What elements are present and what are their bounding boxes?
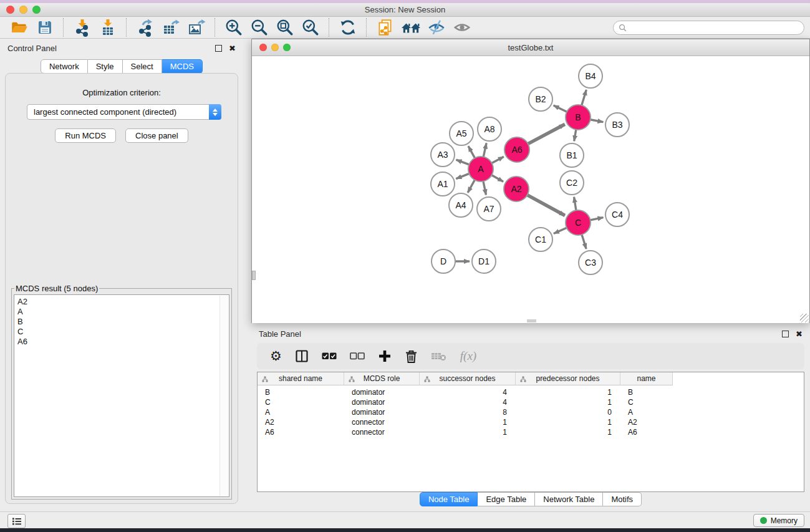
zoom-in-button[interactable] (221, 17, 246, 38)
mcds-result-item[interactable]: A2 (17, 297, 219, 307)
graph-node-A5[interactable]: A5 (450, 122, 473, 145)
graph-node-B1[interactable]: B1 (560, 143, 584, 167)
network-canvas[interactable]: B4B2BB3A8A5A6A3B1AA1C2A2A4A7C4CC1C3DD1 (252, 56, 809, 323)
tab-mcds[interactable]: MCDS (162, 59, 203, 74)
graph-node-A3[interactable]: A3 (431, 143, 455, 167)
table-row[interactable]: A6connector11A6 (258, 427, 804, 437)
column-header-shared-name[interactable]: shared name (258, 372, 344, 385)
mcds-result-item[interactable]: A (17, 307, 219, 317)
graph-node-C[interactable]: C (566, 210, 591, 235)
graph-node-A6[interactable]: A6 (504, 137, 529, 162)
mcds-result-item[interactable]: B (17, 317, 219, 327)
select-all-rows-button[interactable] (322, 352, 337, 360)
graph-edge-B-B1 (574, 130, 576, 142)
task-history-button[interactable] (7, 514, 26, 528)
network-from-file-button[interactable] (372, 17, 398, 38)
zoom-out-icon (250, 18, 269, 37)
vertical-scroll-thumb[interactable] (252, 271, 256, 280)
float-panel-icon[interactable] (215, 45, 222, 52)
attribute-tree-icon (349, 375, 355, 384)
show-details-button[interactable] (449, 17, 475, 38)
run-mcds-button[interactable]: Run MCDS (55, 128, 116, 143)
graph-node-B3[interactable]: B3 (605, 113, 629, 137)
graph-edge-A-A5 (468, 146, 475, 158)
export-image-button[interactable] (183, 17, 209, 38)
table-settings-button[interactable]: ⚙ (270, 350, 282, 362)
graph-node-A1[interactable]: A1 (431, 172, 455, 196)
export-table-button[interactable] (158, 17, 183, 38)
import-table-button[interactable] (95, 17, 120, 38)
status-bar: Memory (0, 511, 810, 528)
graph-node-A4[interactable]: A4 (449, 193, 473, 217)
graph-node-B2[interactable]: B2 (529, 87, 552, 111)
save-session-button[interactable] (32, 17, 57, 38)
graph-node-D1[interactable]: D1 (472, 249, 496, 273)
open-session-button[interactable] (6, 17, 32, 38)
column-header-predecessor-nodes[interactable]: predecessor nodes (516, 372, 620, 385)
tab-motifs[interactable]: Motifs (603, 492, 642, 506)
show-columns-button[interactable] (295, 349, 309, 363)
graph-node-C2[interactable]: C2 (560, 171, 584, 195)
table-cell: A6 (258, 428, 344, 437)
tab-style[interactable]: Style (88, 59, 123, 74)
float-table-panel-icon[interactable] (782, 331, 789, 337)
table-cell: dominator (344, 398, 420, 407)
table-row[interactable]: Bdominator41B (258, 387, 804, 397)
tab-network[interactable]: Network (41, 59, 88, 74)
optimization-criterion-select[interactable]: largest connected component (directed) (27, 104, 221, 120)
close-table-panel-icon[interactable]: ✖ (796, 331, 803, 337)
search-input[interactable] (627, 22, 804, 34)
table-row[interactable]: Adominator80A (258, 407, 804, 417)
graph-node-D[interactable]: D (432, 249, 455, 273)
main-toolbar (0, 17, 810, 39)
zoom-fit-button[interactable] (272, 17, 297, 38)
hide-details-button[interactable] (423, 17, 449, 38)
memory-button[interactable]: Memory (753, 514, 804, 527)
column-header-mcds-role[interactable]: MCDS role (344, 372, 420, 385)
column-header-successor-nodes[interactable]: successor nodes (420, 372, 516, 385)
desktop-background (0, 528, 810, 532)
graph-edge-B-B3 (591, 120, 604, 122)
zoom-out-button[interactable] (246, 17, 272, 38)
graph-node-A8[interactable]: A8 (478, 117, 501, 141)
tab-network-table[interactable]: Network Table (535, 492, 603, 506)
mcds-result-item[interactable]: A6 (17, 337, 219, 347)
resize-grip[interactable] (800, 314, 809, 322)
attribute-tree-icon (424, 375, 430, 384)
mcds-result-item[interactable]: C (17, 327, 219, 337)
graph-node-A2[interactable]: A2 (504, 177, 529, 201)
tab-node-table[interactable]: Node Table (420, 492, 478, 506)
horizontal-scroll-thumb[interactable] (527, 319, 536, 322)
homes-button[interactable] (398, 17, 423, 38)
close-panel-icon[interactable]: ✖ (229, 46, 236, 51)
svg-text:D1: D1 (478, 256, 489, 266)
list-scrollbar[interactable] (219, 296, 228, 496)
delete-column-button[interactable] (405, 349, 418, 364)
create-column-button[interactable] (378, 349, 392, 363)
graph-node-C4[interactable]: C4 (605, 203, 629, 226)
column-header-name[interactable]: name (620, 372, 673, 385)
minimize-view-button[interactable] (271, 44, 279, 51)
search-field[interactable] (613, 21, 804, 35)
deselect-all-rows-button[interactable] (350, 352, 365, 360)
graph-node-A7[interactable]: A7 (477, 197, 501, 221)
close-panel-button[interactable]: Close panel (125, 128, 188, 143)
refresh-button[interactable] (335, 17, 360, 38)
table-row[interactable]: A2connector11A2 (258, 417, 804, 427)
graph-node-B[interactable]: B (566, 105, 591, 130)
mcds-result-list[interactable]: A2ABCA6 (14, 294, 229, 497)
import-network-button[interactable] (69, 17, 95, 38)
tab-edge-table[interactable]: Edge Table (478, 492, 535, 506)
graph-node-A[interactable]: A (468, 157, 493, 181)
table-row[interactable]: Cdominator41C (258, 397, 804, 407)
trash-icon (405, 349, 418, 364)
export-network-button[interactable] (132, 17, 158, 38)
zoom-in-icon (224, 18, 243, 37)
zoom-selected-button[interactable] (297, 17, 323, 38)
close-view-button[interactable] (259, 44, 267, 51)
graph-node-B4[interactable]: B4 (579, 64, 602, 88)
tab-select[interactable]: Select (123, 59, 162, 74)
graph-node-C1[interactable]: C1 (529, 228, 552, 251)
zoom-view-button[interactable] (283, 44, 291, 51)
graph-node-C3[interactable]: C3 (579, 251, 602, 274)
